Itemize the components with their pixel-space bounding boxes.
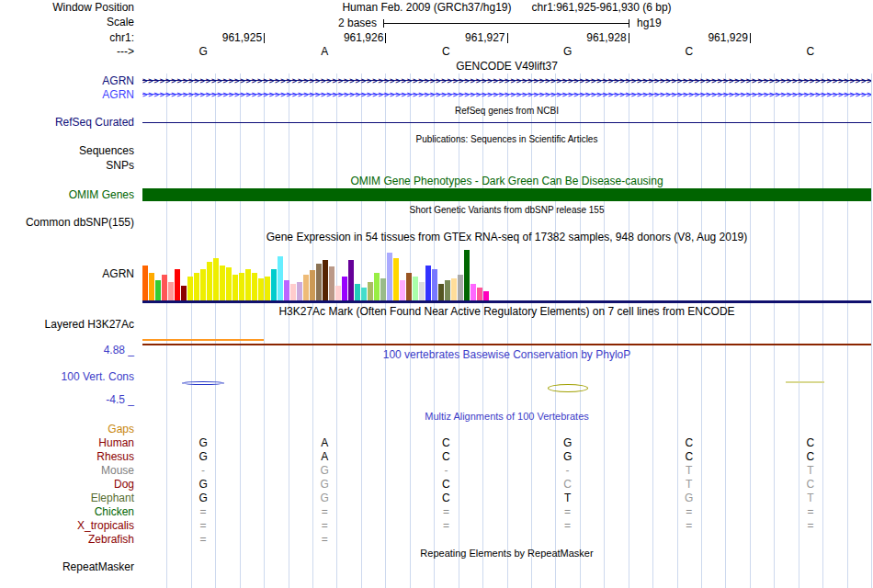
multiz-cell-elephant[interactable]: T <box>792 492 829 505</box>
gtex-bar[interactable] <box>213 258 219 300</box>
multiz-cell-human[interactable]: A <box>306 436 343 450</box>
gtex-bar[interactable] <box>483 291 489 300</box>
multiz-cell-x_tropicalis[interactable]: = <box>306 519 343 533</box>
gtex-bar[interactable] <box>271 269 277 300</box>
multiz-cell-elephant[interactable]: G <box>185 492 221 505</box>
gtex-bar[interactable] <box>438 284 444 300</box>
multiz-cell-mouse[interactable]: - <box>550 464 586 478</box>
gtex-bar[interactable] <box>142 266 148 300</box>
gtex-bar[interactable] <box>284 280 289 300</box>
multiz-cell-human[interactable]: C <box>671 436 708 450</box>
gtex-bar[interactable] <box>175 269 180 300</box>
multiz-label-mouse[interactable]: Mouse <box>0 464 138 478</box>
multiz-cell-human[interactable]: G <box>185 436 221 450</box>
gtex-bar[interactable] <box>451 278 457 300</box>
track-label-gtex-agrn[interactable]: AGRN <box>0 268 138 280</box>
track-label-dbsnp[interactable]: Common dbSNP(155) <box>0 217 138 229</box>
multiz-label-gaps[interactable]: Gaps <box>0 423 138 436</box>
track-label-omim[interactable]: OMIM Genes <box>0 189 138 201</box>
track-label-phylop[interactable]: 100 Vert. Cons <box>0 371 138 383</box>
gtex-bar[interactable] <box>348 260 354 300</box>
gtex-bar[interactable] <box>425 266 431 300</box>
gtex-bar[interactable] <box>374 273 380 300</box>
multiz-cell-chicken[interactable]: = <box>792 505 829 519</box>
multiz-cell-chicken[interactable]: = <box>306 505 343 519</box>
gtex-bar[interactable] <box>162 275 167 300</box>
gtex-bar[interactable] <box>168 282 174 300</box>
gtex-bar[interactable] <box>316 264 322 300</box>
gtex-bar[interactable] <box>329 266 334 300</box>
multiz-label-human[interactable]: Human <box>0 436 138 450</box>
gtex-bar[interactable] <box>368 282 373 300</box>
gtex-bar[interactable] <box>380 278 386 300</box>
gtex-bar[interactable] <box>252 273 257 300</box>
multiz-cell-x_tropicalis[interactable]: = <box>671 519 708 533</box>
multiz-cell-dog[interactable]: C <box>427 478 464 492</box>
multiz-cell-chicken[interactable]: = <box>550 505 586 519</box>
gtex-bar[interactable] <box>419 282 425 300</box>
gtex-bar[interactable] <box>278 256 283 300</box>
multiz-cell-mouse[interactable]: - <box>427 464 464 478</box>
gtex-bar[interactable] <box>406 273 412 300</box>
multiz-cell-elephant[interactable]: G <box>671 492 708 505</box>
gtex-bar[interactable] <box>149 273 154 300</box>
gtex-bar[interactable] <box>471 284 476 300</box>
phylop-mark-1[interactable] <box>182 381 224 385</box>
gene-label-agrn-1[interactable]: AGRN <box>0 75 138 87</box>
multiz-cell-rhesus[interactable]: C <box>671 450 708 464</box>
gtex-bar[interactable] <box>297 282 302 300</box>
phylop-mark-3[interactable] <box>786 381 824 383</box>
multiz-label-dog[interactable]: Dog <box>0 478 138 492</box>
gtex-bar[interactable] <box>342 277 347 300</box>
multiz-cell-chicken[interactable]: = <box>185 505 221 519</box>
gtex-bar[interactable] <box>290 284 296 300</box>
gtex-bar[interactable] <box>477 288 482 300</box>
gtex-bar[interactable] <box>239 273 244 300</box>
multiz-label-x_tropicalis[interactable]: X_tropicalis <box>0 519 138 533</box>
multiz-cell-dog[interactable]: C <box>792 478 829 492</box>
multiz-cell-x_tropicalis[interactable]: = <box>792 519 829 533</box>
gtex-bar[interactable] <box>310 270 315 300</box>
multiz-cell-human[interactable]: C <box>427 436 464 450</box>
gtex-bar[interactable] <box>232 275 238 300</box>
multiz-label-elephant[interactable]: Elephant <box>0 492 138 505</box>
gtex-bar[interactable] <box>387 253 392 300</box>
phylop-mark-2[interactable] <box>548 384 588 392</box>
multiz-cell-dog[interactable]: T <box>671 478 708 492</box>
track-label-refseq-curated[interactable]: RefSeq Curated <box>0 117 138 129</box>
track-label-repeatmasker[interactable]: RepeatMasker <box>0 561 138 573</box>
gtex-bar[interactable] <box>303 275 309 300</box>
gtex-bar[interactable] <box>445 280 450 300</box>
multiz-cell-rhesus[interactable]: G <box>185 450 221 464</box>
gtex-bar[interactable] <box>187 277 193 300</box>
gtex-bar[interactable] <box>200 269 206 300</box>
gtex-bar[interactable] <box>226 267 232 300</box>
track-label-h3k27ac[interactable]: Layered H3K27Ac <box>0 319 138 331</box>
gtex-bar[interactable] <box>393 258 399 300</box>
gene-line-agrn-2[interactable]: >>>>>>>>>>>>>>>>>>>>>>>>>>>>>>>>>>>>>>>>… <box>142 90 871 99</box>
multiz-cell-mouse[interactable]: T <box>792 464 829 478</box>
omim-gene-bar[interactable] <box>142 188 871 201</box>
refseq-gene-line[interactable] <box>142 122 871 123</box>
gtex-bar-chart[interactable] <box>142 250 871 300</box>
gtex-bar[interactable] <box>355 284 360 300</box>
gtex-bar[interactable] <box>323 260 328 300</box>
gtex-bar[interactable] <box>464 250 470 300</box>
multiz-cell-rhesus[interactable]: C <box>427 450 464 464</box>
multiz-cell-rhesus[interactable]: A <box>306 450 343 464</box>
multiz-cell-human[interactable]: G <box>550 436 586 450</box>
gtex-bar[interactable] <box>335 286 341 300</box>
multiz-cell-elephant[interactable]: C <box>427 492 464 505</box>
gtex-bar[interactable] <box>194 273 199 300</box>
h3k27ac-signal-dark[interactable] <box>142 344 871 345</box>
gene-line-agrn-1[interactable]: >>>>>>>>>>>>>>>>>>>>>>>>>>>>>>>>>>>>>>>>… <box>142 76 871 85</box>
multiz-cell-rhesus[interactable]: C <box>792 450 829 464</box>
gtex-bar[interactable] <box>413 277 418 300</box>
gtex-bar[interactable] <box>361 288 367 300</box>
multiz-cell-mouse[interactable]: T <box>671 464 708 478</box>
multiz-cell-zebrafish[interactable]: = <box>306 533 343 547</box>
gtex-bar[interactable] <box>265 277 270 300</box>
track-label-snps[interactable]: SNPs <box>0 160 138 172</box>
gtex-bar[interactable] <box>458 275 463 300</box>
gtex-bar[interactable] <box>220 266 225 300</box>
